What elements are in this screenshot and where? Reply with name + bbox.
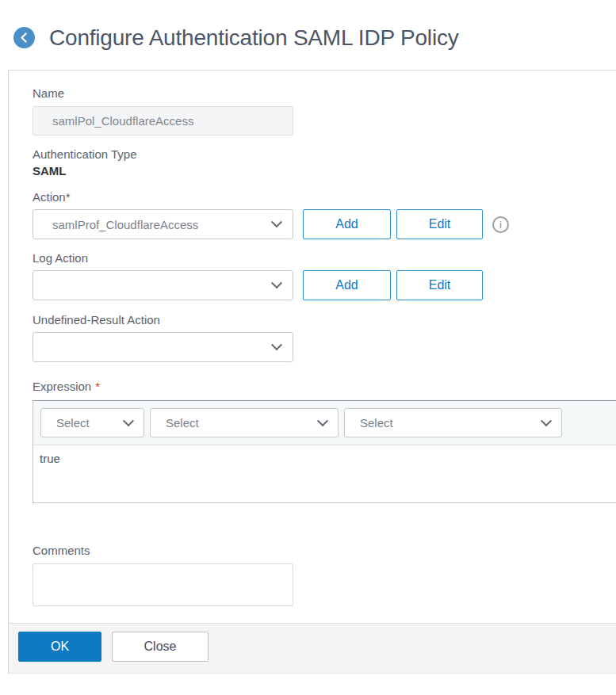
ok-button-label: OK xyxy=(51,640,69,654)
close-button-label: Close xyxy=(144,640,177,654)
chevron-down-icon xyxy=(541,415,552,426)
log-action-add-button[interactable]: Add xyxy=(303,270,391,300)
auth-type-label: Authentication Type xyxy=(33,147,616,161)
expression-select-2[interactable]: Select xyxy=(150,408,339,437)
log-action-field-group: Log Action Add Edit xyxy=(33,251,616,300)
action-field-group: Action* samlProf_CloudflareAccess Add Ed… xyxy=(33,190,616,239)
auth-type-value: SAML xyxy=(33,164,616,178)
action-select[interactable]: samlProf_CloudflareAccess xyxy=(33,209,293,239)
action-add-label: Add xyxy=(335,217,358,231)
expression-select-2-value: Select xyxy=(166,416,199,430)
log-action-add-label: Add xyxy=(335,278,358,292)
expression-label: Expression xyxy=(33,380,91,393)
expression-field-group: Expression * Select Select Select xyxy=(33,380,616,503)
action-label: Action* xyxy=(33,190,616,204)
expression-select-1[interactable]: Select xyxy=(40,408,144,437)
undefined-result-label: Undefined-Result Action xyxy=(33,313,616,326)
action-select-value: samlProf_CloudflareAccess xyxy=(52,218,198,231)
action-add-button[interactable]: Add xyxy=(303,209,391,239)
chevron-down-icon xyxy=(123,415,134,426)
chevron-down-icon xyxy=(271,277,282,288)
form-body: Name Authentication Type SAML Action* sa… xyxy=(9,71,616,623)
name-label: Name xyxy=(33,86,616,100)
form-panel: Name Authentication Type SAML Action* sa… xyxy=(8,70,616,674)
log-action-select[interactable] xyxy=(33,270,293,300)
log-action-label: Log Action xyxy=(33,251,616,265)
name-field-group: Name xyxy=(33,86,616,136)
action-edit-button[interactable]: Edit xyxy=(396,209,483,239)
info-icon[interactable]: i xyxy=(492,216,509,233)
page-title: Configure Authentication SAML IDP Policy xyxy=(49,25,459,51)
back-button[interactable] xyxy=(13,27,35,48)
auth-type-group: Authentication Type SAML xyxy=(33,147,616,178)
log-action-edit-button[interactable]: Edit xyxy=(396,270,483,300)
expression-select-3-value: Select xyxy=(360,416,393,430)
required-asterisk: * xyxy=(95,380,100,393)
log-action-edit-label: Edit xyxy=(429,278,451,292)
arrow-left-icon xyxy=(18,32,30,44)
undefined-result-field-group: Undefined-Result Action xyxy=(33,313,616,362)
chevron-down-icon xyxy=(271,216,282,227)
info-icon-glyph: i xyxy=(499,218,502,231)
expression-toolbar: Select Select Select xyxy=(33,401,616,445)
comments-label: Comments xyxy=(33,544,616,557)
expression-select-1-value: Select xyxy=(56,416,90,430)
expression-textarea[interactable]: true xyxy=(33,445,616,502)
comments-textarea[interactable] xyxy=(33,563,293,606)
undefined-result-select[interactable] xyxy=(33,332,293,362)
ok-button[interactable]: OK xyxy=(18,632,101,662)
dialog-header: Configure Authentication SAML IDP Policy xyxy=(0,0,616,70)
chevron-down-icon xyxy=(271,339,282,350)
expression-editor: Select Select Select true xyxy=(33,400,616,503)
chevron-down-icon xyxy=(317,415,328,426)
dialog-footer: OK Close xyxy=(9,623,616,674)
expression-select-3[interactable]: Select xyxy=(344,408,562,437)
name-input[interactable] xyxy=(33,106,293,136)
close-button[interactable]: Close xyxy=(112,632,209,662)
action-edit-label: Edit xyxy=(429,217,451,231)
comments-field-group: Comments xyxy=(33,544,616,606)
